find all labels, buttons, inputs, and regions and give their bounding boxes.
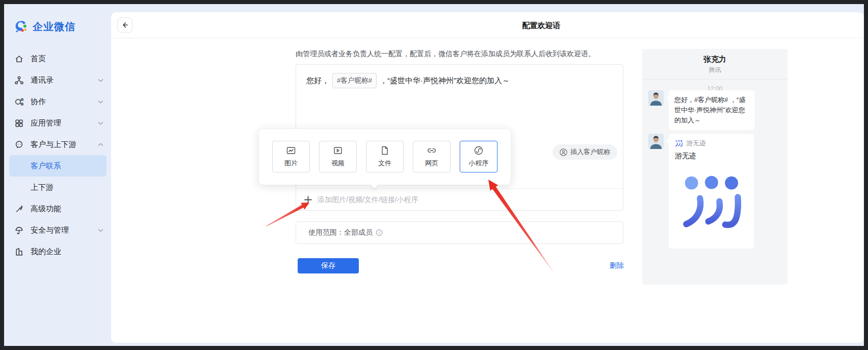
brand-name: 企业微信 — [33, 20, 75, 34]
message-prefix: 您好， — [306, 74, 329, 87]
sidebar-item-my-enterprise[interactable]: 我的企业 — [4, 241, 111, 262]
page-title: 配置欢迎语 — [522, 21, 561, 31]
sidebar-item-label: 我的企业 — [31, 247, 103, 257]
chevron-down-icon — [98, 100, 103, 104]
usage-scope-label: 使用范围：全部成员 — [308, 228, 373, 237]
message-suffix: ，“盛世中华·声悦神州”欢迎您的加入～ — [380, 74, 510, 87]
topbar: 配置欢迎语 — [111, 12, 864, 38]
usage-scope-box[interactable]: 使用范围：全部成员 — [296, 221, 623, 244]
attachment-options: 图片 视频 文件 — [259, 129, 511, 172]
sidebar-item-customer-contact[interactable]: 客户联系 — [9, 155, 107, 177]
popup-option-label: 小程序 — [469, 159, 489, 168]
chevron-down-icon — [98, 121, 103, 125]
miniprogram-card[interactable]: 游无迹 游无迹 — [669, 134, 754, 248]
add-attachment-label: 添加图片/视频/文件/链接/小程序 — [318, 195, 418, 205]
welcome-message-text: 您好， #客户昵称# ，“盛世中华·声悦神州”欢迎您的加入～ — [306, 73, 613, 88]
popup-option-label: 图片 — [284, 159, 298, 168]
sidebar-nav: 首页 通讯录 协作 — [4, 48, 111, 262]
collaboration-icon — [14, 97, 24, 107]
sidebar-item-label: 通讯录 — [31, 76, 98, 85]
umbrella-icon — [14, 226, 24, 235]
save-button[interactable]: 保存 — [298, 258, 359, 273]
video-icon — [333, 145, 343, 156]
chevron-down-icon — [98, 79, 103, 82]
wand-icon — [14, 204, 24, 214]
file-icon — [380, 145, 390, 156]
popup-option-label: 文件 — [378, 159, 391, 168]
app-grid-icon — [14, 118, 24, 128]
popup-option-video[interactable]: 视频 — [319, 141, 357, 172]
delete-button[interactable]: 删除 — [610, 261, 624, 270]
attachment-popup: 图片 视频 文件 — [259, 129, 511, 185]
avatar — [648, 134, 664, 149]
miniprogram-card-image — [675, 167, 748, 242]
welcome-message-bubble-row: 您好，#客户昵称# ，“盛世中华·声悦神州”欢迎您的加入～ — [648, 90, 755, 130]
miniprogram-card-header: 游无迹 — [675, 139, 748, 148]
brand: 企业微信 — [4, 19, 111, 34]
insert-nickname-label: 插入客户昵称 — [570, 147, 610, 157]
arrow-left-icon — [121, 21, 129, 29]
sidebar-item-label: 安全与管理 — [31, 226, 98, 235]
sidebar-item-collaboration[interactable]: 协作 — [4, 91, 111, 112]
sidebar-item-label: 客户联系 — [31, 161, 99, 171]
chat-bubble-icon — [14, 140, 24, 149]
plus-icon — [304, 196, 312, 204]
sidebar-item-label: 客户与上下游 — [31, 140, 98, 149]
add-attachment-button[interactable]: 添加图片/视频/文件/链接/小程序 — [304, 188, 418, 211]
sidebar-item-label: 高级功能 — [31, 204, 103, 214]
sidebar-item-customers[interactable]: 客户与上下游 — [4, 134, 111, 155]
instruction-text: 由管理员或者业务负责人统一配置，配置后，微信客户将在添加成员为联系人后收到该欢迎… — [296, 49, 632, 59]
insert-nickname-button[interactable]: 插入客户昵称 — [553, 144, 617, 160]
home-icon — [14, 54, 24, 64]
contacts-icon — [14, 76, 24, 85]
popup-option-miniprogram[interactable]: 小程序 — [460, 141, 497, 172]
popup-option-file[interactable]: 文件 — [366, 141, 404, 172]
chat-preview-panel: 张克力 腾讯 12:00 您好，#客户昵称# ，“盛世中华·声悦神州”欢迎您的加… — [642, 49, 787, 285]
sidebar-item-app-management[interactable]: 应用管理 — [4, 112, 111, 134]
sidebar-item-label: 应用管理 — [31, 118, 98, 128]
sidebar-item-label: 上下游 — [31, 183, 103, 192]
popup-option-image[interactable]: 图片 — [272, 141, 310, 172]
miniprogram-card-title: 游无迹 — [675, 152, 748, 161]
preview-divider — [642, 79, 787, 80]
info-icon — [376, 229, 383, 236]
back-button[interactable] — [117, 17, 133, 33]
sidebar-item-upstream-downstream[interactable]: 上下游 — [4, 177, 111, 198]
image-icon — [286, 145, 296, 156]
sidebar-item-label: 首页 — [31, 54, 103, 64]
main-panel: 配置欢迎语 由管理员或者业务负责人统一配置，配置后，微信客户将在添加成员为联系人… — [111, 12, 864, 343]
contact-company: 腾讯 — [642, 66, 787, 74]
sidebar-item-contacts[interactable]: 通讯录 — [4, 69, 111, 91]
avatar — [648, 90, 664, 106]
building-icon — [14, 247, 24, 257]
screenshot-frame: 企业微信 首页 通讯录 — [0, 0, 868, 350]
welcome-message-bubble: 您好，#客户昵称# ，“盛世中华·声悦神州”欢迎您的加入～ — [669, 90, 755, 130]
miniprogram-card-row: 游无迹 游无迹 — [648, 134, 754, 248]
popup-option-label: 视频 — [331, 159, 345, 168]
app-window: 企业微信 首页 通讯录 — [4, 4, 864, 346]
chevron-down-icon — [98, 229, 103, 232]
miniprogram-source-name: 游无迹 — [686, 139, 706, 148]
miniprogram-source-logo-icon — [675, 140, 683, 147]
chevron-up-icon — [98, 143, 103, 146]
sidebar: 企业微信 首页 通讯录 — [4, 4, 111, 346]
wechat-work-logo-icon — [14, 19, 28, 34]
contact-name: 张克力 — [642, 49, 787, 64]
link-icon — [427, 145, 437, 156]
customer-nickname-chip[interactable]: #客户昵称# — [332, 73, 377, 88]
sidebar-item-label: 协作 — [31, 97, 98, 107]
sidebar-item-home[interactable]: 首页 — [4, 48, 111, 69]
popup-option-label: 网页 — [425, 159, 438, 168]
sidebar-item-security[interactable]: 安全与管理 — [4, 219, 111, 241]
youwuji-logo-image — [679, 175, 744, 234]
person-circle-icon — [560, 148, 567, 156]
popup-option-webpage[interactable]: 网页 — [413, 141, 451, 172]
miniprogram-icon — [474, 145, 484, 156]
sidebar-item-advanced-features[interactable]: 高级功能 — [4, 198, 111, 219]
